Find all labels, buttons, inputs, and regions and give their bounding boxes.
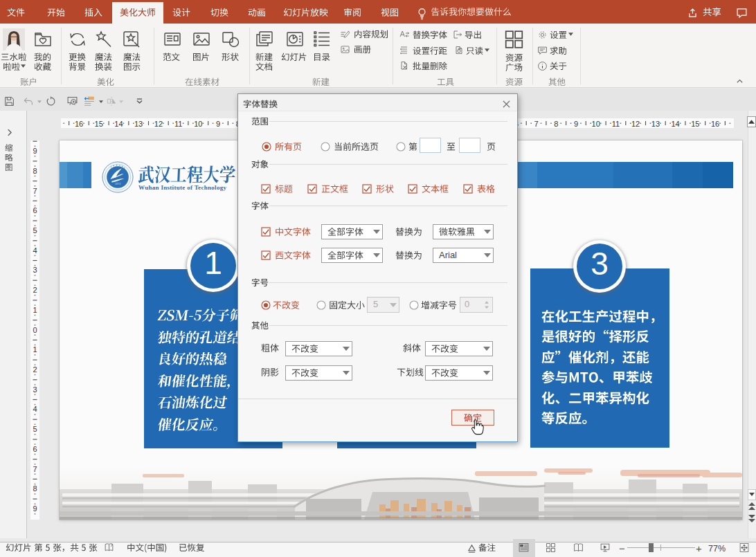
- svg-text:1972: 1972: [115, 182, 121, 185]
